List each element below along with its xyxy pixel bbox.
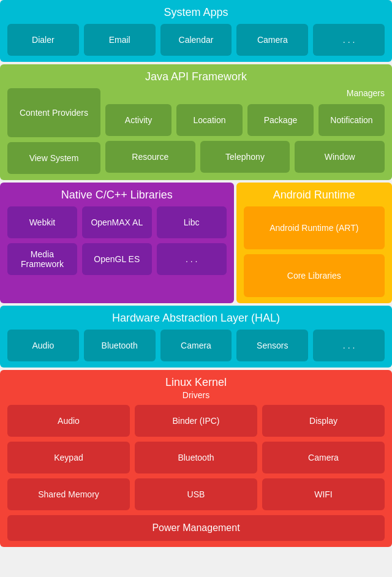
resource-grid: Resource Telephony Window [105, 141, 385, 173]
system-apps-grid: Dialer Email Calendar Camera . . . [7, 24, 385, 56]
list-item: Email [84, 24, 156, 56]
list-item: Location [176, 104, 243, 136]
java-api-title: Java API Framework [7, 70, 385, 83]
list-item: View System [7, 142, 100, 174]
list-item: Camera [236, 24, 308, 56]
list-item: Bluetooth [135, 442, 257, 473]
list-item: WIFI [262, 478, 385, 510]
android-runtime-layer: Android Runtime Android Runtime (ART) Co… [236, 183, 392, 303]
list-item: Webkit [7, 206, 77, 238]
list-item: Sensors [236, 330, 308, 361]
list-item: Bluetooth [84, 330, 156, 361]
hal-title: Hardware Abstraction Layer (HAL) [7, 312, 385, 325]
list-item: Dialer [7, 24, 79, 56]
list-item: Core Libraries [244, 254, 385, 297]
list-item: . . . [313, 24, 385, 56]
android-runtime-title: Android Runtime [244, 189, 385, 202]
list-item: Libc [157, 206, 227, 238]
list-item: . . . [157, 243, 227, 275]
list-item: Shared Memory [7, 478, 130, 510]
list-item: OpenGL ES [82, 243, 152, 275]
list-item: Keypad [7, 442, 130, 473]
list-item: Window [295, 141, 385, 173]
java-api-layer: Java API Framework Content Providers Vie… [0, 64, 392, 180]
list-item: Binder (IPC) [135, 405, 257, 437]
managers-grid: Activity Location Package Notification [105, 104, 385, 136]
list-item: Android Runtime (ART) [244, 206, 385, 249]
java-api-left: Content Providers View System [7, 88, 100, 174]
list-item: Activity [105, 104, 172, 136]
hal-layer: Hardware Abstraction Layer (HAL) Audio B… [0, 306, 392, 368]
hal-grid: Audio Bluetooth Camera Sensors . . . [7, 330, 385, 361]
power-management: Power Management [7, 515, 385, 541]
linux-kernel-title: Linux Kernel [7, 376, 385, 389]
list-item: Media Framework [7, 243, 77, 275]
system-apps-title: System Apps [7, 6, 385, 19]
android-runtime-grid: Android Runtime (ART) Core Libraries [244, 206, 385, 297]
list-item: Display [262, 405, 385, 437]
drivers-label: Drivers [7, 390, 385, 400]
list-item: . . . [313, 330, 385, 361]
managers-label: Managers [105, 88, 385, 98]
java-api-right: Managers Activity Location Package Notif… [105, 88, 385, 174]
list-item: Audio [7, 405, 130, 437]
list-item: Content Providers [7, 88, 100, 137]
native-runtime-row: Native C/C++ Libraries Webkit OpenMAX AL… [0, 183, 392, 303]
drivers-grid: Audio Binder (IPC) Display Keypad Blueto… [7, 405, 385, 510]
native-libs-grid: Webkit OpenMAX AL Libc Media Framework O… [7, 206, 227, 275]
linux-kernel-layer: Linux Kernel Drivers Audio Binder (IPC) … [0, 370, 392, 547]
list-item: OpenMAX AL [82, 206, 152, 238]
list-item: Resource [105, 141, 195, 173]
list-item: Camera [160, 330, 232, 361]
java-api-inner: Content Providers View System Managers A… [7, 88, 385, 174]
list-item: Notification [318, 104, 385, 136]
list-item: Audio [7, 330, 79, 361]
list-item: Calendar [160, 24, 232, 56]
list-item: Package [247, 104, 314, 136]
list-item: Camera [262, 442, 385, 473]
native-libs-layer: Native C/C++ Libraries Webkit OpenMAX AL… [0, 183, 234, 303]
native-libs-title: Native C/C++ Libraries [7, 189, 227, 202]
list-item: USB [135, 478, 257, 510]
system-apps-layer: System Apps Dialer Email Calendar Camera… [0, 0, 392, 62]
list-item: Telephony [200, 141, 290, 173]
